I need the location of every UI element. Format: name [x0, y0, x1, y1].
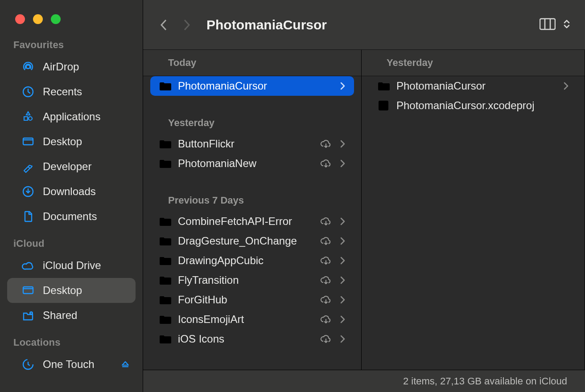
file-name: DrawingAppCubic — [178, 254, 313, 267]
file-name: ButtonFlickr — [178, 138, 313, 150]
window-controls — [0, 0, 143, 37]
file-row[interactable]: IconsEmojiArt — [150, 310, 354, 329]
sidebar-item-downloads[interactable]: Downloads — [7, 179, 136, 204]
folder-icon — [159, 294, 172, 305]
file-row[interactable]: CombineFetchAPI-Error — [150, 212, 354, 231]
hammer-icon — [21, 160, 36, 173]
file-row[interactable]: PhotomaniaCursor — [150, 76, 354, 96]
cloud-download-icon[interactable] — [319, 334, 333, 344]
chevron-right-icon — [339, 237, 346, 245]
sidebar-item-developer[interactable]: Developer — [7, 154, 136, 179]
sidebar-section-header[interactable]: Favourites — [0, 37, 143, 54]
sidebar-item-label: Desktop — [43, 135, 82, 148]
file-row[interactable]: PhotomaniaNew — [150, 154, 354, 173]
column-group-header: Today — [143, 50, 361, 76]
column-1[interactable]: Yesterday PhotomaniaCursor PhotomaniaCur… — [362, 50, 585, 370]
document-icon — [21, 210, 36, 223]
sidebar-item-label: AirDrop — [43, 61, 79, 73]
view-options-icon — [563, 19, 571, 31]
sidebar-section-header[interactable]: Locations — [0, 334, 143, 352]
download-icon — [21, 185, 36, 198]
sidebar-item-label: Recents — [43, 86, 82, 98]
sidebar-item-applications[interactable]: Applications — [7, 104, 136, 129]
sidebar-item-airdrop[interactable]: AirDrop — [7, 54, 136, 79]
file-row[interactable]: FlyTransition — [150, 270, 354, 290]
minimize-button[interactable] — [33, 14, 43, 24]
cloud-icon — [21, 259, 36, 272]
sidebar-item-label: One Touch — [43, 358, 95, 371]
sidebar-section-header[interactable]: iCloud — [0, 235, 143, 253]
sidebar-item-recents[interactable]: Recents — [7, 79, 136, 104]
chevron-right-icon — [339, 139, 346, 148]
time-machine-icon — [21, 358, 36, 371]
chevron-right-icon — [339, 315, 346, 324]
sidebar-item-shared[interactable]: Shared — [7, 303, 136, 328]
xcodeproj-icon — [378, 100, 390, 111]
chevron-right-icon — [339, 295, 346, 304]
sidebar: Favourites AirDrop Recents Applications … — [0, 0, 143, 392]
cloud-download-icon[interactable] — [319, 236, 333, 246]
column-group-header: Previous 7 Days — [143, 186, 361, 212]
cloud-download-icon[interactable] — [319, 314, 333, 325]
cloud-download-icon[interactable] — [319, 294, 333, 305]
chevron-right-icon — [339, 159, 346, 168]
forward-button[interactable] — [180, 16, 193, 34]
file-row[interactable]: DragGesture_OnChange — [150, 231, 354, 251]
back-button[interactable] — [157, 16, 171, 34]
folder-icon — [159, 216, 172, 227]
toolbar: PhotomaniaCursor — [143, 0, 585, 50]
folder-icon — [159, 236, 172, 246]
column-browser: Today PhotomaniaCursor Yesterday ButtonF… — [143, 50, 585, 370]
chevron-right-icon — [339, 82, 346, 90]
sidebar-item-label: Desktop — [43, 284, 82, 297]
chevron-right-icon — [339, 256, 346, 265]
column-group-header: Yesterday — [143, 108, 361, 134]
cloud-download-icon[interactable] — [319, 255, 333, 266]
sidebar-item-label: Shared — [43, 309, 77, 322]
column-0[interactable]: Today PhotomaniaCursor Yesterday ButtonF… — [143, 50, 362, 370]
file-row[interactable]: ButtonFlickr — [150, 134, 354, 154]
sidebar-item-icloud-drive[interactable]: iCloud Drive — [7, 253, 136, 278]
file-name: iOS Icons — [178, 333, 313, 345]
file-row[interactable]: PhotomaniaCursor — [369, 76, 577, 96]
clock-icon — [21, 86, 36, 98]
cloud-download-icon[interactable] — [319, 275, 333, 286]
sidebar-item-desktop[interactable]: Desktop — [7, 278, 136, 303]
file-name: FlyTransition — [178, 274, 313, 286]
cloud-download-icon[interactable] — [319, 139, 333, 149]
chevron-right-icon — [339, 335, 346, 343]
eject-icon[interactable] — [118, 359, 133, 370]
folder-icon — [378, 81, 390, 91]
cloud-download-icon[interactable] — [319, 158, 333, 169]
file-row[interactable]: PhotomaniaCursor.xcodeproj — [369, 96, 577, 115]
sidebar-item-documents[interactable]: Documents — [7, 204, 136, 229]
sidebar-item-label: Developer — [43, 160, 91, 173]
zoom-button[interactable] — [51, 14, 61, 24]
status-bar: 2 items, 27,13 GB available on iCloud — [143, 370, 585, 392]
main-pane: PhotomaniaCursor Today PhotomaniaCursor … — [143, 0, 585, 392]
window-title: PhotomaniaCursor — [206, 17, 531, 33]
view-mode-control[interactable] — [540, 17, 571, 33]
cloud-download-icon[interactable] — [319, 216, 333, 227]
sidebar-item-one-touch[interactable]: One Touch — [7, 352, 136, 377]
file-row[interactable]: DrawingAppCubic — [150, 251, 354, 270]
file-row[interactable]: iOS Icons — [150, 329, 354, 349]
file-name: PhotomaniaCursor — [178, 80, 333, 92]
desktop-icon — [21, 135, 36, 148]
apps-icon — [21, 110, 36, 123]
file-name: DragGesture_OnChange — [178, 235, 313, 247]
file-name: PhotomaniaCursor — [396, 80, 556, 92]
folder-icon — [159, 275, 172, 286]
file-row[interactable]: ForGitHub — [150, 290, 354, 310]
shared-folder-icon — [21, 309, 36, 322]
chevron-right-icon — [562, 82, 569, 90]
sidebar-item-desktop[interactable]: Desktop — [7, 129, 136, 154]
sidebar-item-label: Documents — [43, 210, 97, 223]
status-text: 2 items, 27,13 GB available on iCloud — [403, 376, 567, 387]
column-group-header: Yesterday — [362, 50, 585, 76]
folder-icon — [159, 139, 172, 149]
file-name: ForGitHub — [178, 294, 313, 306]
file-name: IconsEmojiArt — [178, 313, 313, 326]
columns-view-icon — [540, 17, 556, 33]
close-button[interactable] — [15, 14, 25, 24]
